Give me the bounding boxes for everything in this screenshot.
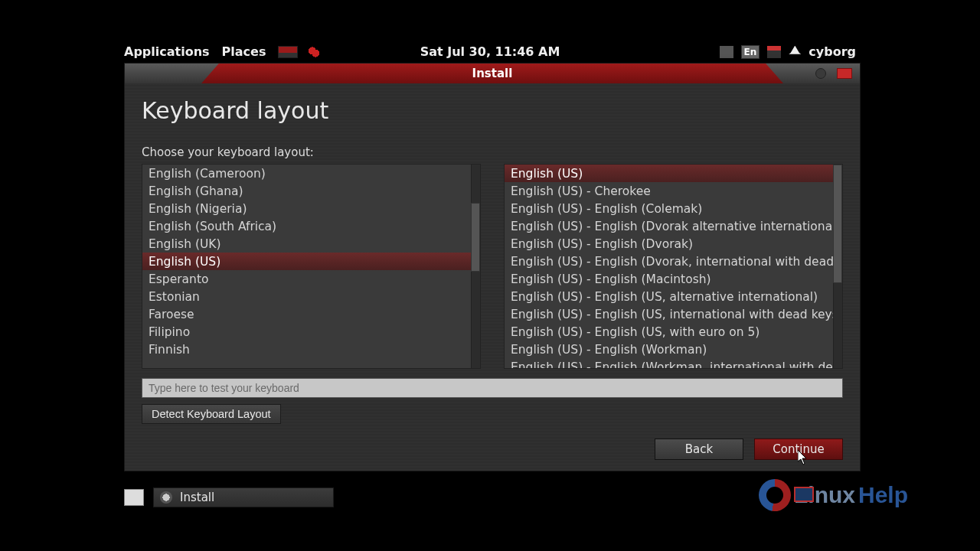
- list-item[interactable]: English (US): [142, 253, 471, 270]
- detect-layout-button[interactable]: Detect Keyboard Layout: [142, 404, 281, 424]
- scrollbar-thumb[interactable]: [833, 165, 842, 283]
- panel-swirl-icon[interactable]: [305, 46, 322, 58]
- continue-button[interactable]: Continue: [754, 439, 843, 460]
- list-item[interactable]: Estonian: [142, 288, 471, 305]
- installer-window: Install Keyboard layout Choose your keyb…: [124, 63, 861, 471]
- watermark-logo: LinuxHelp: [759, 479, 908, 511]
- network-icon[interactable]: [767, 46, 781, 58]
- list-item[interactable]: English (Ghana): [142, 182, 471, 200]
- task-app-icon: [160, 491, 172, 504]
- list-item[interactable]: Faroese: [142, 305, 471, 323]
- panel-user[interactable]: cyborg: [808, 44, 856, 59]
- list-item[interactable]: English (Nigeria): [142, 200, 471, 217]
- list-item[interactable]: English (UK): [142, 235, 471, 253]
- close-button[interactable]: [837, 68, 852, 79]
- page-title: Keyboard layout: [142, 97, 843, 124]
- list-item[interactable]: English (US) - English (Dvorak, internat…: [505, 253, 833, 270]
- watermark-box-icon: [794, 487, 814, 502]
- watermark-swirl-icon: [759, 479, 791, 511]
- list-item[interactable]: English (US) - English (US, internationa…: [505, 305, 833, 323]
- list-item[interactable]: Esperanto: [142, 270, 471, 288]
- titlebar: Install: [125, 64, 860, 83]
- list-item[interactable]: English (US) - Cherokee: [505, 182, 833, 200]
- layout-listbox-language[interactable]: English (Cameroon)English (Ghana)English…: [142, 164, 481, 369]
- list-item[interactable]: English (US) - English (Dvorak alternati…: [505, 217, 833, 235]
- panel-flag-icon[interactable]: [278, 46, 298, 58]
- list-item[interactable]: English (US) - English (US, with euro on…: [505, 323, 833, 341]
- list-item[interactable]: Finnish: [142, 341, 471, 358]
- scrollbar-track[interactable]: [833, 165, 842, 368]
- list-item[interactable]: English (US) - English (Dvorak): [505, 235, 833, 253]
- scrollbar-thumb[interactable]: [471, 203, 480, 272]
- chat-icon[interactable]: [789, 46, 801, 58]
- menu-applications[interactable]: Applications: [124, 44, 210, 59]
- list-item[interactable]: English (US): [505, 165, 833, 182]
- show-desktop-icon[interactable]: [124, 489, 144, 506]
- list-item[interactable]: Filipino: [142, 323, 471, 341]
- choose-layout-label: Choose your keyboard layout:: [142, 145, 843, 159]
- list-item[interactable]: English (South Africa): [142, 217, 471, 235]
- layout-listbox-variant[interactable]: English (US)English (US) - CherokeeEngli…: [504, 164, 843, 369]
- scrollbar-track[interactable]: [471, 165, 480, 368]
- panel-clock: Sat Jul 30, 11:46 AM: [420, 44, 560, 59]
- keyboard-test-input[interactable]: [142, 378, 843, 398]
- list-item[interactable]: English (US) - English (Workman): [505, 341, 833, 358]
- taskbar-task-install[interactable]: Install: [153, 487, 334, 507]
- window-body: Keyboard layout Choose your keyboard lay…: [125, 83, 860, 471]
- window-title: Install: [201, 64, 783, 83]
- panel-lang-badge[interactable]: En: [741, 45, 760, 59]
- back-button[interactable]: Back: [655, 439, 743, 460]
- menu-places[interactable]: Places: [222, 44, 266, 59]
- minimize-button[interactable]: [815, 68, 826, 79]
- task-label: Install: [180, 491, 214, 504]
- list-item[interactable]: English (US) - English (Colemak): [505, 200, 833, 217]
- panel-indicator-icon[interactable]: [720, 46, 733, 58]
- list-item[interactable]: English (US) - English (Macintosh): [505, 270, 833, 288]
- watermark-text-2: Help: [858, 482, 908, 508]
- list-item[interactable]: English (US) - English (Workman, interna…: [505, 358, 833, 368]
- list-item[interactable]: English (US) - English (US, alternative …: [505, 288, 833, 305]
- top-panel: Applications Places Sat Jul 30, 11:46 AM…: [124, 42, 856, 61]
- list-item[interactable]: English (Cameroon): [142, 165, 471, 182]
